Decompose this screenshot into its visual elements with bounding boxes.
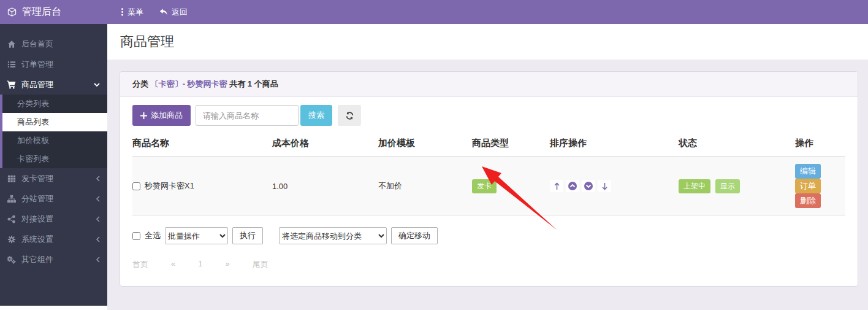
back-link-label: 返回 (172, 7, 188, 18)
chevron-left-icon (96, 257, 100, 263)
select-all-checkbox[interactable] (132, 232, 140, 240)
order-button[interactable]: 订单 (795, 179, 821, 193)
sidebar-item-markup-template[interactable]: 加价模板 (2, 131, 107, 150)
chevron-left-icon (96, 176, 100, 182)
add-product-label: 添加商品 (151, 110, 183, 121)
category-link[interactable]: 〔卡密〕- 秒赞网卡密 (151, 79, 227, 88)
refresh-button[interactable] (338, 105, 361, 126)
toolbar: 添加商品 搜索 (132, 105, 845, 126)
pagination-page-1[interactable]: 1 (198, 259, 202, 270)
status-badge-onsale: 上架中 (679, 179, 710, 193)
back-link[interactable]: 返回 (159, 7, 188, 18)
circle-down-icon (584, 182, 593, 190)
cogs-icon (7, 255, 16, 264)
sidebar: 后台首页 订单管理 商品管理 (0, 24, 107, 306)
chevron-left-icon (96, 236, 100, 242)
plus-icon (140, 112, 147, 119)
cart-icon (7, 80, 16, 89)
sidebar-item-other-components[interactable]: 其它组件 (0, 249, 107, 269)
bulk-action-select[interactable]: 批量操作 (165, 227, 228, 244)
sidebar-item-label: 订单管理 (21, 59, 100, 70)
back-arrow-icon (159, 8, 168, 16)
brand-title: 管理后台 (22, 6, 61, 18)
col-header-status: 状态 (674, 130, 790, 157)
panel-body: 添加商品 搜索 (120, 97, 858, 286)
select-all-label: 全选 (145, 230, 161, 241)
sidebar-item-product-list[interactable]: 商品列表 (2, 113, 107, 131)
main-area: 商品管理 分类 〔卡密〕- 秒赞网卡密 共有 1 个商品 添 (107, 24, 868, 310)
product-type-badge: 发卡 (472, 179, 497, 193)
page-title: 商品管理 (120, 33, 174, 51)
add-product-button[interactable]: 添加商品 (132, 105, 191, 126)
sidebar-item-products[interactable]: 商品管理 (0, 74, 107, 95)
sidebar-item-integration[interactable]: 对接设置 (0, 209, 107, 229)
arrow-down-icon (602, 182, 607, 190)
edit-button[interactable]: 编辑 (795, 164, 821, 179)
grid-icon (7, 174, 16, 183)
cube-logo-icon (7, 7, 17, 17)
sidebar-item-label: 分站管理 (21, 193, 96, 204)
chevron-left-icon (96, 196, 100, 202)
search-button[interactable]: 搜索 (300, 105, 332, 126)
pagination-first[interactable]: 首页 (132, 259, 148, 270)
col-header-cost: 成本价格 (267, 130, 373, 157)
sidebar-item-label: 系统设置 (21, 234, 96, 245)
gear-icon (7, 234, 16, 244)
pagination-prev[interactable]: « (171, 259, 175, 270)
admin-app: 管理后台 菜单 返回 后台首页 (0, 0, 868, 310)
bulk-operations: 全选 批量操作 执行 将选定商品移动到分类 确定移动 (132, 227, 845, 244)
delete-button[interactable]: 删除 (795, 193, 821, 208)
sort-top-button[interactable] (550, 180, 563, 192)
sort-up-button[interactable] (566, 180, 579, 192)
row-checkbox[interactable] (132, 182, 140, 190)
col-header-template: 加价模板 (373, 130, 467, 157)
sidebar-item-dashboard[interactable]: 后台首页 (0, 34, 107, 54)
chevron-down-icon (94, 82, 100, 87)
sidebar-item-label: 发卡管理 (21, 173, 96, 184)
menu-toggle[interactable]: 菜单 (121, 7, 143, 18)
content-area: 分类 〔卡密〕- 秒赞网卡密 共有 1 个商品 添加商品 搜索 (107, 60, 868, 310)
sort-controls (550, 180, 611, 192)
circle-up-icon (568, 182, 577, 190)
product-cost: 1.00 (267, 157, 373, 216)
sidebar-item-label: 其它组件 (21, 254, 96, 265)
sort-bottom-button[interactable] (598, 180, 611, 192)
products-table: 商品名称 成本价格 加价模板 商品类型 排序操作 状态 操作 (132, 130, 845, 216)
arrow-up-icon (554, 182, 560, 190)
vertical-dots-icon (121, 8, 124, 16)
pagination-next[interactable]: » (225, 259, 229, 270)
products-submenu: 分类列表 商品列表 加价模板 卡密列表 (0, 95, 107, 168)
topbar: 管理后台 菜单 返回 (0, 0, 868, 24)
home-icon (7, 39, 16, 48)
refresh-icon (345, 111, 354, 120)
pagination: 首页 « 1 » 尾页 (132, 259, 845, 270)
product-name: 秒赞网卡密X1 (145, 180, 194, 192)
pagination-last[interactable]: 尾页 (253, 259, 268, 270)
sidebar-item-orders[interactable]: 订单管理 (0, 54, 107, 74)
sort-down-button[interactable] (582, 180, 595, 192)
sidebar-item-label: 后台首页 (21, 39, 100, 50)
sidebar-item-label: 对接设置 (21, 214, 96, 225)
move-category-select[interactable]: 将选定商品移动到分类 (279, 227, 387, 244)
panel-header: 分类 〔卡密〕- 秒赞网卡密 共有 1 个商品 (120, 72, 858, 97)
sidebar-item-card-list[interactable]: 卡密列表 (2, 150, 107, 168)
sidebar-item-category-list[interactable]: 分类列表 (2, 95, 107, 113)
product-count-label: 共有 1 个商品 (229, 79, 278, 88)
col-header-action: 操作 (790, 130, 845, 157)
share-icon (7, 214, 16, 223)
execute-button[interactable]: 执行 (232, 227, 263, 244)
brand[interactable]: 管理后台 (0, 6, 107, 18)
sitemap-icon (7, 194, 16, 203)
search-input[interactable] (196, 105, 299, 126)
list-icon (7, 60, 16, 69)
confirm-move-button[interactable]: 确定移动 (391, 227, 438, 244)
sidebar-item-card-issuing[interactable]: 发卡管理 (0, 168, 107, 188)
status-badge-visible: 显示 (715, 179, 740, 193)
menu-toggle-label: 菜单 (128, 7, 143, 18)
topnav: 菜单 返回 (107, 7, 188, 18)
table-row: 秒赞网卡密X1 1.00 不加价 发卡 (132, 157, 845, 216)
sidebar-item-substations[interactable]: 分站管理 (0, 188, 107, 209)
col-header-type: 商品类型 (467, 130, 545, 157)
sidebar-item-system-settings[interactable]: 系统设置 (0, 229, 107, 249)
sidebar-item-label: 加价模板 (17, 135, 49, 146)
